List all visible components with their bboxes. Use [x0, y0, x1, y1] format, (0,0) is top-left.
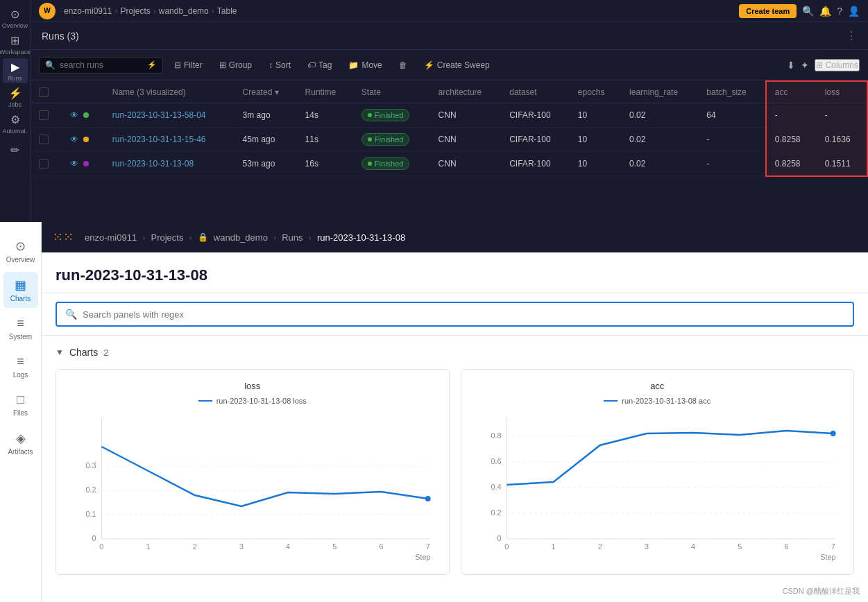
- nav-system[interactable]: ≡ System: [3, 311, 38, 346]
- col-name[interactable]: Name (3 visualized): [104, 81, 235, 103]
- row-loss: 0.1511: [817, 152, 867, 176]
- col-lr[interactable]: learning_rate: [621, 81, 698, 103]
- col-acc[interactable]: acc: [766, 81, 817, 103]
- table-row: 👁 run-2023-10-31-13-08 53m ago 16s Finis…: [31, 152, 867, 176]
- row-batch: -: [698, 152, 765, 176]
- acc-chart-title: acc: [473, 381, 843, 391]
- nav-overview[interactable]: ⊙ Overview: [3, 233, 38, 269]
- svg-text:7: 7: [831, 542, 835, 551]
- search-panels-box[interactable]: 🔍: [56, 302, 854, 327]
- nav-files[interactable]: □ Files: [3, 387, 38, 422]
- sidebar-runs[interactable]: ▶ Runs: [3, 58, 28, 83]
- row-name[interactable]: run-2023-10-31-13-08: [104, 152, 235, 176]
- row-name[interactable]: run-2023-10-31-13-15-46: [104, 128, 235, 152]
- bc2-user[interactable]: enzo-mi0911: [85, 232, 137, 243]
- tag-button[interactable]: 🏷 Tag: [302, 58, 337, 73]
- sort-button[interactable]: ↕ Sort: [263, 58, 296, 73]
- runs-options-icon[interactable]: ⋮: [846, 29, 857, 42]
- row-eye[interactable]: 👁: [62, 103, 104, 128]
- bc-user[interactable]: enzo-mi0911: [64, 6, 112, 16]
- tag-icon: 🏷: [307, 60, 316, 70]
- svg-text:4: 4: [286, 542, 290, 551]
- charts-count: 2: [103, 347, 108, 358]
- bc2-projects[interactable]: Projects: [151, 232, 184, 243]
- lock-icon: 🔒: [198, 232, 208, 242]
- row-eye[interactable]: 👁: [62, 128, 104, 152]
- row-eye[interactable]: 👁: [62, 152, 104, 176]
- row-state: Finished: [353, 152, 430, 176]
- bc2-current: run-2023-10-31-13-08: [317, 232, 405, 243]
- row-state: Finished: [353, 128, 430, 152]
- run-breadcrumb: enzo-mi0911 › Projects › 🔒 wandb_demo › …: [85, 232, 405, 243]
- col-loss[interactable]: loss: [817, 81, 867, 103]
- top-right-actions: Create team 🔍 🔔 ? 👤: [739, 4, 860, 18]
- help-icon[interactable]: ?: [837, 6, 842, 17]
- nav-charts[interactable]: ▦ Charts: [3, 272, 38, 308]
- search-panels-bar: 🔍: [42, 293, 868, 336]
- sidebar-jobs[interactable]: ⚡ Jobs: [3, 85, 28, 110]
- row-runtime: 11s: [297, 128, 353, 152]
- bc2-runs[interactable]: Runs: [282, 232, 303, 243]
- row-checkbox[interactable]: [31, 152, 62, 176]
- runs-table: Name (3 visualized) Created ▾ Runtime St…: [31, 80, 868, 177]
- svg-text:Step: Step: [415, 553, 430, 561]
- svg-text:0: 0: [504, 542, 509, 551]
- table-row: 👁 run-2023-10-31-13-15-46 45m ago 11s Fi…: [31, 128, 867, 152]
- search-icon[interactable]: 🔍: [802, 6, 814, 17]
- col-runtime[interactable]: Runtime: [297, 81, 353, 103]
- svg-text:0.8: 0.8: [491, 431, 501, 440]
- create-team-button[interactable]: Create team: [739, 4, 797, 18]
- svg-text:0.1: 0.1: [85, 510, 96, 518]
- loss-chart-area: 0 0.1 0.2 0.3 0 1 2 3 4 5 6 7: [67, 411, 438, 563]
- bc-projects[interactable]: Projects: [120, 6, 150, 16]
- col-checkbox[interactable]: [31, 81, 62, 103]
- col-state[interactable]: State: [353, 81, 430, 103]
- bell-icon[interactable]: 🔔: [819, 6, 831, 17]
- col-architecture[interactable]: architecture: [430, 81, 502, 103]
- table-row: 👁 run-2023-10-31-13-58-04 3m ago 14s Fin…: [31, 103, 867, 128]
- sidebar-overview[interactable]: ⊙ Overview: [3, 6, 28, 31]
- svg-text:6: 6: [784, 542, 788, 551]
- sidebar-bottom: ⊙ Overview ▦ Charts ≡ System ≡ Logs □ Fi…: [0, 222, 42, 602]
- svg-text:0: 0: [497, 534, 501, 542]
- download-button[interactable]: ⬇: [787, 60, 795, 71]
- acc-chart-svg: 0 0.2 0.4 0.6 0.8 0 1 2 3 4 5 6: [473, 411, 843, 563]
- acc-chart-legend: run-2023-10-31-13-08 acc: [473, 397, 843, 405]
- bc2-project[interactable]: wandb_demo: [214, 232, 268, 243]
- bc-project[interactable]: wandb_demo: [159, 6, 209, 16]
- search-runs-input[interactable]: [60, 60, 143, 70]
- svg-text:2: 2: [597, 542, 602, 551]
- nav-artifacts[interactable]: ◈ Artifacts: [3, 425, 38, 461]
- row-created: 45m ago: [235, 128, 297, 152]
- move-button[interactable]: 📁 Move: [343, 58, 387, 73]
- row-dataset: CIFAR-100: [501, 152, 570, 176]
- svg-text:2: 2: [193, 542, 197, 551]
- filter-icon: ⊟: [174, 60, 181, 70]
- columns-button[interactable]: ⊞ Columns: [815, 59, 860, 71]
- customize-icon[interactable]: ✦: [801, 60, 809, 71]
- sidebar-workspace[interactable]: ⊞ Workspace: [3, 32, 28, 57]
- row-checkbox[interactable]: [31, 128, 62, 152]
- sidebar-automat[interactable]: ⚙ Automat.: [3, 111, 28, 136]
- col-epochs[interactable]: epochs: [570, 81, 621, 103]
- row-dataset: CIFAR-100: [501, 128, 570, 152]
- search-options-icon[interactable]: ⚡: [147, 60, 157, 69]
- user-avatar[interactable]: 👤: [848, 6, 860, 17]
- runs-toolbar: 🔍 ⚡ ⊟ Filter ⊞ Group ↕ Sort 🏷 Tag 📁: [31, 50, 868, 80]
- col-dataset[interactable]: dataset: [501, 81, 570, 103]
- charts-collapse-icon[interactable]: ▼: [56, 347, 64, 357]
- search-panels-icon: 🔍: [65, 309, 77, 320]
- row-checkbox[interactable]: [31, 103, 62, 128]
- row-name[interactable]: run-2023-10-31-13-58-04: [104, 103, 235, 128]
- col-created[interactable]: Created ▾: [235, 81, 297, 103]
- delete-button[interactable]: 🗑: [393, 58, 413, 73]
- group-button[interactable]: ⊞ Group: [214, 58, 257, 73]
- filter-button[interactable]: ⊟ Filter: [169, 58, 208, 73]
- create-sweep-button[interactable]: ⚡ Create Sweep: [418, 58, 495, 73]
- sidebar-reports[interactable]: ✏: [3, 137, 28, 162]
- nav-logs[interactable]: ≡ Logs: [3, 349, 38, 384]
- svg-text:0: 0: [99, 542, 103, 551]
- search-box[interactable]: 🔍 ⚡: [39, 57, 163, 74]
- search-panels-input[interactable]: [83, 309, 844, 320]
- col-batch[interactable]: batch_size: [698, 81, 765, 103]
